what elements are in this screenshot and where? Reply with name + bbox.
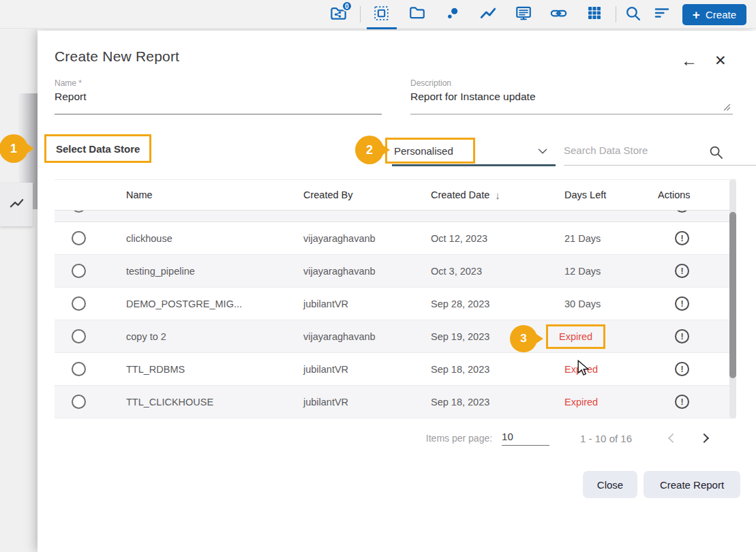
info-icon[interactable]: ! xyxy=(675,395,689,409)
back-icon[interactable]: ← xyxy=(681,51,697,70)
select-data-store-label: Select Data Store xyxy=(44,134,151,163)
table-row[interactable]: DEMO_POSTGRE_MIG... jubilantVR Sep 28, 2… xyxy=(55,288,736,320)
cell-created-date: Oct 3, 2023 xyxy=(414,266,547,277)
cell-name: TTL_RDBMS xyxy=(109,364,286,375)
row-radio[interactable] xyxy=(72,329,86,343)
next-page-icon[interactable] xyxy=(699,433,709,443)
module-icon xyxy=(373,5,390,25)
table-row[interactable]: TTL_CLICKHOUSE jubilantVR Sep 18, 2023 E… xyxy=(55,386,736,418)
header-name[interactable]: Name xyxy=(109,189,286,200)
cell-created-date: Sep 18, 2023 xyxy=(414,364,547,375)
filter-icon xyxy=(654,5,670,24)
toolbar-divider xyxy=(360,6,361,22)
table-row[interactable]: copy to 2 vijayaraghavanb Sep 19, 2023 E… xyxy=(55,320,736,353)
table-row[interactable]: testing_pipeline vijayaraghavanb Oct 3, … xyxy=(55,255,736,288)
resize-handle-icon[interactable] xyxy=(723,102,731,114)
annotation-badge-1: 1 xyxy=(0,134,28,163)
previous-page-icon[interactable] xyxy=(668,433,678,443)
header-created-by[interactable]: Created By xyxy=(286,189,414,200)
cell-name: copy to 2 xyxy=(109,331,286,342)
tab-grid[interactable] xyxy=(577,3,612,25)
sort-desc-icon[interactable]: ↓ xyxy=(495,189,500,201)
header-days-left[interactable]: Days Left xyxy=(547,189,631,200)
cell-created-by: vijayaraghavanb xyxy=(286,233,414,244)
row-radio[interactable] xyxy=(72,211,86,213)
tab-links[interactable] xyxy=(541,3,577,25)
plus-icon: + xyxy=(693,8,700,21)
create-button-label: Create xyxy=(706,9,736,20)
header-created-date[interactable]: Created Date ↓ xyxy=(414,189,547,201)
name-field[interactable] xyxy=(55,91,375,103)
row-radio[interactable] xyxy=(72,264,86,278)
cell-days-left: 21 Days xyxy=(547,233,631,244)
tab-bubble-chart[interactable] xyxy=(435,3,470,25)
tab-display-list[interactable] xyxy=(506,3,541,25)
table-header-row: Name Created By Created Date ↓ Days Left… xyxy=(55,179,736,211)
line-chart-icon xyxy=(9,196,25,214)
search-data-store-input[interactable] xyxy=(564,141,704,159)
share-count-badge: 0 xyxy=(342,1,352,12)
search-input-underline xyxy=(564,165,756,166)
header-created-date-label: Created Date xyxy=(431,189,489,200)
table-row[interactable]: TTL_RDBMS jubilantVR Sep 18, 2023 Expire… xyxy=(55,353,736,386)
description-field[interactable] xyxy=(410,91,710,103)
chevron-down-icon[interactable] xyxy=(536,144,549,161)
description-field-label: Description xyxy=(410,78,451,88)
cell-created-by: vijayaraghavanb xyxy=(286,266,414,277)
cell-name: TTL_CLICKHOUSE xyxy=(109,397,286,408)
close-button[interactable]: Close xyxy=(583,471,637,498)
cell-created-by: jubilantVR xyxy=(286,364,414,375)
expired-highlight-box: Expired xyxy=(546,324,605,349)
cell-created-by: jubilantVR xyxy=(286,298,414,309)
header-actions: Actions xyxy=(631,189,736,200)
grid-icon xyxy=(586,5,603,24)
create-report-button[interactable]: Create Report xyxy=(644,471,740,498)
cell-days-left: 12 Days xyxy=(547,266,631,277)
tab-folders[interactable] xyxy=(399,3,435,25)
info-icon[interactable]: ! xyxy=(675,362,689,376)
items-per-page-label: Items per page: xyxy=(426,433,492,444)
dimmed-background xyxy=(0,29,37,552)
info-icon[interactable]: ! xyxy=(675,231,689,245)
info-icon[interactable]: ! xyxy=(675,329,689,343)
create-button[interactable]: + Create xyxy=(682,4,746,25)
table-row[interactable] xyxy=(55,211,736,222)
create-report-dialog: Create New Report ← ✕ Name * Description… xyxy=(37,31,756,552)
folder-icon xyxy=(408,4,426,25)
line-chart-icon xyxy=(479,4,497,25)
cell-name: DEMO_POSTGRE_MIG... xyxy=(109,298,286,309)
annotation-badge-2: 2 xyxy=(355,136,384,164)
cell-created-date: Sep 28, 2023 xyxy=(414,298,547,309)
info-icon[interactable]: ! xyxy=(675,296,689,311)
cell-days-left: 30 Days xyxy=(547,298,631,309)
cell-name: testing_pipeline xyxy=(109,266,286,277)
tab-module[interactable] xyxy=(364,3,399,25)
cell-days-left: Expired xyxy=(547,397,631,408)
toolbar-filter-button[interactable] xyxy=(647,3,677,25)
cell-created-date: Oct 12, 2023 xyxy=(414,233,547,244)
toolbar-search-button[interactable] xyxy=(620,3,647,25)
tab-trends[interactable] xyxy=(470,3,506,25)
shared-reports-button[interactable]: 0 xyxy=(321,3,357,25)
cell-created-by: vijayaraghavanb xyxy=(286,331,414,342)
name-field-label: Name * xyxy=(55,78,82,88)
dialog-title: Create New Report xyxy=(55,48,179,65)
search-icon[interactable] xyxy=(708,144,724,163)
info-icon[interactable] xyxy=(675,211,689,213)
info-icon[interactable]: ! xyxy=(675,264,689,278)
row-radio[interactable] xyxy=(72,231,86,245)
store-type-select[interactable]: Personalised xyxy=(385,138,475,164)
link-icon xyxy=(549,4,568,25)
table-row[interactable]: clickhouse vijayaraghavanb Oct 12, 2023 … xyxy=(55,222,736,255)
row-radio[interactable] xyxy=(72,395,86,409)
items-per-page-select[interactable]: 10 xyxy=(502,431,549,446)
top-toolbar: 0 xyxy=(0,0,756,29)
table-scrollbar-thumb[interactable] xyxy=(729,212,736,378)
row-radio[interactable] xyxy=(72,296,86,311)
row-radio[interactable] xyxy=(72,362,86,376)
data-store-table: Name Created By Created Date ↓ Days Left… xyxy=(55,179,736,418)
toolbar-divider xyxy=(616,6,616,22)
mouse-cursor xyxy=(577,360,590,380)
cell-created-by: jubilantVR xyxy=(286,397,414,408)
close-icon[interactable]: ✕ xyxy=(714,52,727,69)
